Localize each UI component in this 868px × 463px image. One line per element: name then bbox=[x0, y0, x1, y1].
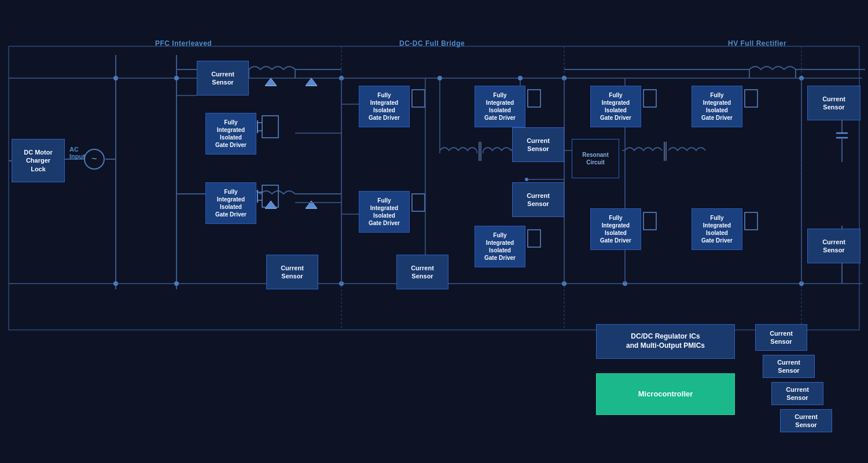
gd-pfc-top: Fully Integrated Isolated Gate Driver bbox=[205, 113, 256, 155]
svg-rect-48 bbox=[745, 90, 757, 107]
svg-point-86 bbox=[525, 178, 528, 181]
gd-hv-bl: Fully Integrated Isolated Gate Driver bbox=[590, 208, 641, 250]
svg-point-74 bbox=[518, 76, 523, 80]
svg-point-70 bbox=[799, 76, 804, 80]
gd-dcdc-tr: Fully Integrated Isolated Gate Driver bbox=[475, 86, 525, 127]
gd-hv-tl: Fully Integrated Isolated Gate Driver bbox=[590, 86, 641, 127]
gd-hv-tr: Fully Integrated Isolated Gate Driver bbox=[692, 86, 742, 127]
svg-rect-38 bbox=[262, 185, 278, 207]
svg-point-64 bbox=[174, 76, 179, 80]
svg-point-68 bbox=[562, 76, 567, 80]
section-hv: HV Full Rectifier bbox=[728, 39, 786, 47]
gd-dcdc-br: Fully Integrated Isolated Gate Driver bbox=[475, 226, 525, 267]
svg-point-62 bbox=[113, 76, 118, 80]
svg-point-66 bbox=[339, 76, 344, 80]
resonant-circuit: Resonant Circuit bbox=[572, 139, 619, 178]
cs-hv-right-top: Current Sensor bbox=[807, 86, 860, 120]
cs-right-4: Current Sensor bbox=[780, 409, 832, 432]
microcontroller-block: Microcontroller bbox=[596, 373, 735, 415]
gd-hv-br: Fully Integrated Isolated Gate Driver bbox=[692, 208, 742, 250]
svg-point-71 bbox=[799, 281, 804, 286]
section-dcdc: DC-DC Full Bridge bbox=[399, 39, 465, 47]
ac-input-label: ACInput bbox=[69, 146, 85, 160]
cs-pfc-bot: Current Sensor bbox=[266, 255, 318, 289]
cs-dcdc-bot: Current Sensor bbox=[396, 255, 448, 289]
section-pfc: PFC Interleaved bbox=[155, 39, 212, 47]
svg-rect-34 bbox=[262, 116, 278, 138]
svg-point-69 bbox=[562, 281, 567, 286]
gd-dcdc-tl: Fully Integrated Isolated Gate Driver bbox=[359, 86, 410, 127]
svg-rect-47 bbox=[643, 212, 656, 230]
cs-right-3: Current Sensor bbox=[771, 382, 823, 405]
svg-marker-26 bbox=[265, 78, 277, 86]
svg-point-73 bbox=[437, 76, 442, 80]
dc-motor-block: DC Motor Charger Lock bbox=[12, 139, 65, 182]
svg-marker-32 bbox=[306, 201, 317, 208]
diagram-container: ~ PFC Interleaved DC-DC Full Bridge HV F… bbox=[0, 0, 868, 463]
cs-hv-mid: Current Sensor bbox=[512, 182, 564, 217]
svg-point-72 bbox=[623, 281, 627, 286]
svg-rect-44 bbox=[528, 90, 540, 107]
cs-dcdc-right: Current Sensor bbox=[512, 127, 564, 162]
svg-rect-49 bbox=[745, 212, 757, 230]
svg-marker-30 bbox=[265, 201, 277, 208]
svg-marker-28 bbox=[306, 78, 317, 86]
cs-pfc-top: Current Sensor bbox=[197, 61, 249, 95]
gd-pfc-bot: Fully Integrated Isolated Gate Driver bbox=[205, 182, 256, 224]
svg-point-67 bbox=[339, 281, 344, 286]
cs-hv-right-bot: Current Sensor bbox=[807, 229, 860, 263]
svg-rect-43 bbox=[412, 194, 425, 211]
ac-source: ~ bbox=[84, 149, 105, 170]
svg-rect-42 bbox=[412, 90, 425, 107]
cs-right-1: Current Sensor bbox=[755, 324, 807, 351]
svg-rect-46 bbox=[643, 90, 656, 107]
dcdc-regulator-block: DC/DC Regulator ICs and Multi-Output PMI… bbox=[596, 324, 735, 359]
svg-rect-45 bbox=[528, 230, 540, 247]
cs-right-2: Current Sensor bbox=[763, 355, 815, 378]
svg-point-63 bbox=[113, 281, 118, 286]
gd-dcdc-bl: Fully Integrated Isolated Gate Driver bbox=[359, 191, 410, 233]
svg-point-65 bbox=[174, 281, 179, 286]
